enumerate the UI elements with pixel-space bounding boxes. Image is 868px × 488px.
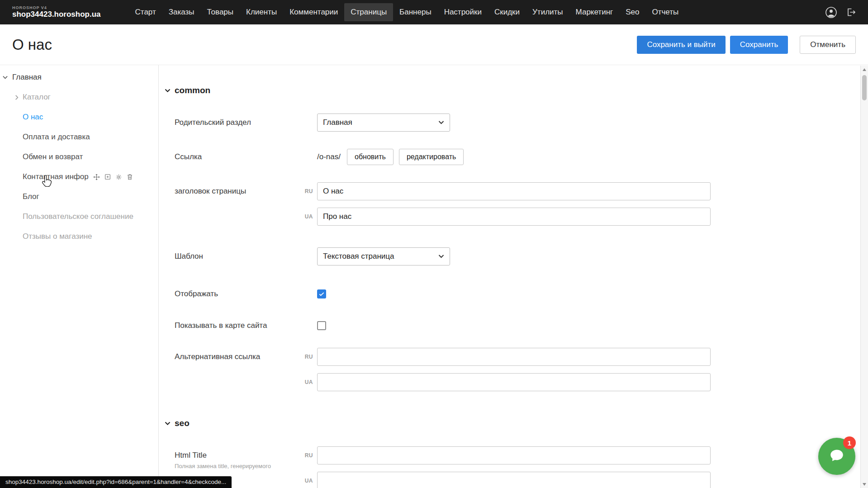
refresh-link-button[interactable]: обновить (347, 149, 394, 165)
sidebar-item-label: Контактная инфор (23, 172, 89, 181)
section-title: seo (175, 418, 190, 428)
field-label: Родительский раздел (175, 114, 294, 132)
alt-link-row: Альтернативная ссылка RU UA (175, 348, 868, 391)
scrollbar-thumb[interactable] (862, 75, 867, 100)
sidebar-item-label: Обмен и возврат (23, 152, 83, 161)
sidebar-item-label: Отзывы о магазине (23, 232, 92, 241)
lang-badge-ua: UA (294, 208, 317, 226)
selected-value: Главная (323, 118, 352, 127)
field-hint: Полная замена title, генерируемого (175, 463, 294, 470)
cancel-button[interactable]: Отменить (800, 36, 856, 54)
brand[interactable]: HOROSHOP V4 shop34423.horoshop.ua (12, 6, 101, 18)
selected-value: Текстовая страница (323, 252, 394, 261)
gear-icon[interactable] (115, 173, 123, 181)
pages-tree: Главная Каталог О нас Оплата и доставка … (0, 65, 159, 488)
section-common-header[interactable]: common (165, 85, 868, 95)
chevron-down-icon (165, 89, 171, 93)
html-title-ru-input[interactable] (317, 446, 711, 464)
notification-badge: 1 (843, 436, 856, 449)
lang-badge-ua: UA (294, 472, 317, 488)
tree-item-actions (93, 173, 133, 181)
page-title-ua-input[interactable] (317, 208, 711, 226)
sidebar-item-payment-delivery[interactable]: Оплата и доставка (0, 127, 158, 147)
navbar-right (825, 6, 868, 19)
app-window: HOROSHOP V4 shop34423.horoshop.ua Старт … (0, 0, 868, 488)
display-checkbox[interactable] (317, 289, 326, 298)
page-url: /o-nas/ (317, 152, 341, 161)
scroll-down-button[interactable] (861, 480, 868, 488)
sidebar-item-label: Главная (12, 73, 42, 82)
user-account-icon[interactable] (825, 6, 837, 19)
lang-badge-ru: RU (294, 348, 317, 366)
chat-bubble-icon (828, 446, 846, 466)
parent-section-select[interactable]: Главная (317, 114, 450, 132)
display-row: Отображать (175, 289, 868, 299)
move-icon[interactable] (93, 173, 100, 181)
nav-item-products[interactable]: Товары (201, 3, 240, 21)
lang-badge-ua: UA (294, 373, 317, 391)
lang-badge-ru: RU (294, 182, 317, 200)
html-title-row: Html Title Полная замена title, генериру… (175, 446, 868, 488)
logout-icon[interactable] (845, 7, 856, 18)
html-title-ua-input[interactable] (317, 472, 711, 488)
main-menu: Старт Заказы Товары Клиенты Комментарии … (129, 3, 685, 21)
field-label: Отображать (175, 289, 294, 299)
sidebar-item-store-reviews[interactable]: Отзывы о магазине (0, 227, 158, 246)
field-label: Html Title (175, 446, 294, 464)
status-bar-url: shop34423.horoshop.ua/edit/edit.php?id=6… (0, 476, 232, 488)
chevron-right-icon (15, 95, 23, 100)
page-title-ru-input[interactable] (317, 182, 711, 200)
nav-item-utilities[interactable]: Утилиты (526, 3, 569, 21)
add-page-icon[interactable] (104, 173, 111, 180)
edit-form: common Родительский раздел Главная Ссылк… (159, 65, 868, 488)
trash-icon[interactable] (126, 173, 133, 180)
field-label: Шаблон (175, 247, 294, 265)
sidebar-item-contact-info[interactable]: Контактная инфор (0, 167, 158, 187)
field-label: Ссылка (175, 149, 294, 165)
nav-item-seo[interactable]: Seo (619, 3, 645, 21)
sidebar-item-label: Блог (23, 192, 39, 201)
nav-item-discounts[interactable]: Скидки (488, 3, 526, 21)
sidebar-item-about[interactable]: О нас (0, 107, 158, 127)
sidebar-item-catalog[interactable]: Каталог (0, 87, 158, 107)
alt-link-ru-input[interactable] (317, 348, 711, 366)
sidebar-item-label: Каталог (23, 93, 51, 102)
sidebar-item-exchange-return[interactable]: Обмен и возврат (0, 147, 158, 167)
link-row: Ссылка /o-nas/ обновить редактировать (175, 149, 868, 165)
template-select[interactable]: Текстовая страница (317, 247, 450, 265)
sidebar-item-home[interactable]: Главная (0, 67, 158, 87)
chevron-down-icon (3, 76, 12, 79)
chevron-down-icon (438, 255, 444, 258)
nav-item-reports[interactable]: Отчеты (645, 3, 685, 21)
chevron-down-icon (438, 121, 444, 124)
page-title: О нас (12, 36, 52, 53)
save-button[interactable]: Сохранить (730, 36, 788, 54)
sidebar-item-user-agreement[interactable]: Пользовательское соглашение (0, 207, 158, 227)
chevron-down-icon (165, 422, 171, 426)
alt-link-ua-input[interactable] (317, 373, 711, 391)
lang-badge-ru: RU (294, 446, 317, 464)
nav-item-orders[interactable]: Заказы (162, 3, 201, 21)
field-label: заголовок страницы (175, 182, 294, 200)
save-and-exit-button[interactable]: Сохранить и выйти (637, 36, 725, 54)
chat-launcher-button[interactable]: 1 (818, 438, 855, 475)
sitemap-row: Показывать в карте сайта (175, 321, 868, 331)
header-actions: Сохранить и выйти Сохранить Отменить (637, 36, 856, 54)
template-row: Шаблон Текстовая страница (175, 247, 868, 265)
nav-item-banners[interactable]: Баннеры (393, 3, 438, 21)
sidebar-item-blog[interactable]: Блог (0, 187, 158, 207)
field-label: Показывать в карте сайта (175, 321, 294, 331)
nav-item-settings[interactable]: Настройки (438, 3, 488, 21)
scrollbar[interactable] (860, 66, 868, 488)
scroll-up-button[interactable] (861, 66, 868, 73)
nav-item-marketing[interactable]: Маркетинг (569, 3, 620, 21)
sitemap-checkbox[interactable] (317, 321, 326, 330)
nav-item-clients[interactable]: Клиенты (240, 3, 283, 21)
nav-item-pages[interactable]: Страницы (344, 3, 393, 21)
nav-item-start[interactable]: Старт (129, 3, 162, 21)
edit-link-button[interactable]: редактировать (399, 149, 464, 165)
brand-domain: shop34423.horoshop.ua (12, 10, 101, 19)
nav-item-comments[interactable]: Комментарии (283, 3, 344, 21)
sidebar-item-label: Оплата и доставка (23, 133, 90, 142)
section-seo-header[interactable]: seo (165, 418, 868, 428)
